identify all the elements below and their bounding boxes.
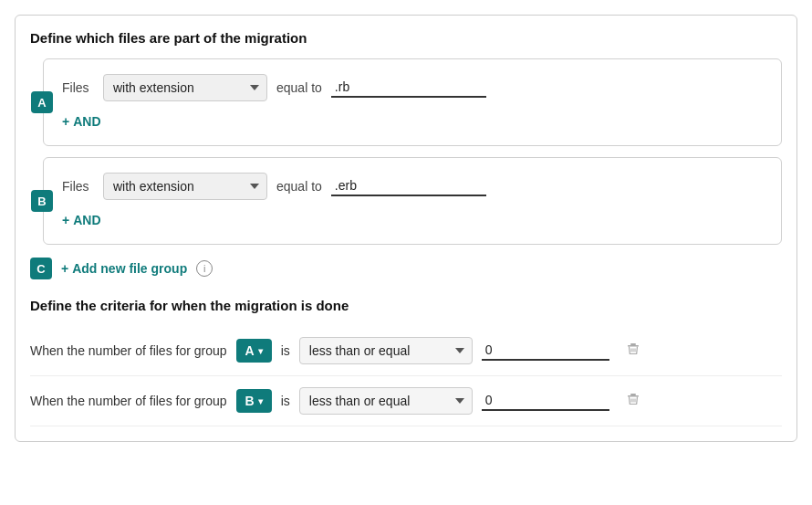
files-label-a: Files — [62, 80, 94, 95]
add-group-button[interactable]: + Add new file group — [61, 261, 187, 276]
criteria-prefix-a: When the number of files for group — [30, 343, 227, 358]
criteria-group-btn-b[interactable]: B ▾ — [236, 389, 272, 413]
criteria-row-b: When the number of files for group B ▾ i… — [30, 376, 782, 426]
and-plus-icon-a: + — [62, 114, 69, 129]
svg-rect-0 — [628, 345, 639, 347]
migration-section-title: Define which files are part of the migra… — [30, 30, 782, 46]
add-group-row: C + Add new file group i — [30, 258, 782, 279]
chevron-down-icon-a: ▾ — [258, 346, 263, 356]
file-row-a: Files with extension with name with path… — [62, 74, 763, 101]
svg-rect-6 — [630, 394, 636, 395]
add-plus-icon: + — [61, 261, 68, 276]
criteria-value-input-b[interactable] — [482, 391, 609, 411]
info-icon: i — [196, 260, 213, 277]
criteria-is-label-b: is — [281, 394, 290, 408]
group-badge-a: A — [31, 91, 53, 113]
svg-rect-1 — [630, 343, 636, 345]
trash-icon-b — [626, 392, 640, 406]
file-groups-wrapper: A Files with extension with name with pa… — [30, 58, 782, 245]
equal-to-label-a: equal to — [276, 80, 322, 95]
criteria-condition-select-a[interactable]: less than or equal equal to greater than… — [299, 337, 473, 364]
file-row-b: Files with extension with name with path… — [62, 173, 763, 200]
criteria-row-a: When the number of files for group A ▾ i… — [30, 326, 782, 376]
extension-input-a[interactable] — [331, 78, 486, 98]
criteria-prefix-b: When the number of files for group — [30, 394, 227, 408]
criteria-section-title: Define the criteria for when the migrati… — [30, 298, 782, 313]
group-badge-c: C — [30, 258, 52, 279]
and-label-a: AND — [73, 114, 100, 129]
extension-input-b[interactable] — [331, 176, 486, 196]
criteria-section: Define the criteria for when the migrati… — [30, 298, 782, 426]
group-badge-b: B — [31, 190, 53, 212]
criteria-group-label-b: B — [245, 394, 255, 408]
file-group-a: A Files with extension with name with pa… — [43, 58, 782, 146]
and-button-b[interactable]: + AND — [62, 211, 101, 229]
main-container: Define which files are part of the migra… — [15, 15, 797, 442]
criteria-value-input-a[interactable] — [482, 341, 609, 361]
chevron-down-icon-b: ▾ — [258, 396, 263, 406]
and-label-b: AND — [73, 213, 100, 227]
add-group-label: Add new file group — [72, 261, 187, 276]
criteria-condition-select-b[interactable]: less than or equal equal to greater than… — [299, 387, 473, 415]
equal-to-label-b: equal to — [276, 179, 322, 194]
condition-select-a[interactable]: with extension with name with path — [103, 74, 267, 101]
criteria-group-btn-a[interactable]: A ▾ — [236, 339, 272, 363]
and-plus-icon-b: + — [62, 213, 69, 227]
criteria-group-label-a: A — [245, 343, 255, 358]
criteria-is-label-a: is — [281, 343, 290, 358]
file-group-b: B Files with extension with name with pa… — [43, 157, 782, 245]
files-label-b: Files — [62, 179, 94, 194]
and-button-a[interactable]: + AND — [62, 112, 101, 131]
delete-criteria-b[interactable] — [622, 388, 644, 414]
trash-icon-a — [626, 342, 640, 356]
svg-rect-5 — [628, 395, 639, 397]
delete-criteria-a[interactable] — [622, 338, 644, 363]
condition-select-b[interactable]: with extension with name with path — [103, 173, 267, 200]
